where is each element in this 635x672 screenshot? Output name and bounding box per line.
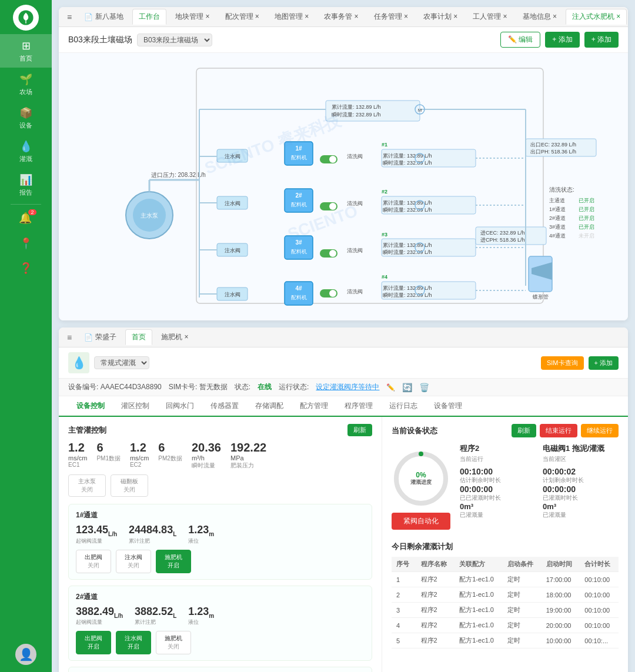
magflap-button[interactable]: 磁翻板 关闭 xyxy=(111,474,148,497)
device-tab-program[interactable]: 程序管理 xyxy=(336,396,381,417)
tab-newbase[interactable]: 📄 新八基地 xyxy=(78,9,130,25)
start-auto-button[interactable]: 紧阀自动化 xyxy=(392,513,450,530)
ch2-outlet-valve[interactable]: 出肥阀 开启 xyxy=(76,631,111,654)
program-elapsed-time: 00:00:00 xyxy=(460,484,536,494)
plan-table-body: 1 程序2 配方1-ec1.0 定时 17:00:00 00:10:00 2 程… xyxy=(392,572,619,648)
panel2-toggle[interactable]: ≡ xyxy=(63,333,75,342)
refresh-button[interactable]: 刷新 xyxy=(347,424,372,436)
tab-landmgr[interactable]: 地块管理 × xyxy=(169,9,216,25)
cell-duration: 00:10:00 xyxy=(580,572,619,587)
device-sim: SIM卡号: 暂无数据 xyxy=(169,382,228,392)
continue-button[interactable]: 继续运行 xyxy=(581,424,619,437)
svg-text:累计流量: 132.89 L/h: 累计流量: 132.89 L/h xyxy=(332,104,381,110)
device-name-select: 💧 常规式灌溉 xyxy=(68,352,149,373)
refresh-icon-small[interactable]: 🔄 xyxy=(402,383,412,392)
sidebar-item-farm[interactable]: 🌱 农场 xyxy=(0,68,52,101)
solenoid-volume-label: 已灌溉量 xyxy=(543,511,619,519)
edit-icon[interactable]: ✏️ xyxy=(386,383,395,392)
tab-injector[interactable]: 注入式水肥机 × xyxy=(566,9,627,25)
sim-query-button[interactable]: SIM卡查询 xyxy=(541,356,584,370)
device-tab-sensor[interactable]: 传感器置 xyxy=(202,396,247,417)
alert-badge: 2 xyxy=(28,209,36,215)
channel-1-block: 1#通道 123.45L/h 起钢阀流量 24484.83L xyxy=(68,504,372,580)
edit-button[interactable]: ✏️ 编辑 xyxy=(500,32,540,48)
svg-text:已开启: 已开启 xyxy=(579,224,594,230)
metric-flow: 20.36 m³/h 瞬时流量 xyxy=(192,441,221,470)
svg-point-34 xyxy=(329,203,336,210)
ch2-flow-value: 3882.49L/h xyxy=(76,606,123,619)
remove-button[interactable]: + 添加 xyxy=(584,32,619,48)
sidebar-item-alert[interactable]: 🔔 2 xyxy=(0,207,52,232)
tab2-fertmachine[interactable]: 施肥机 × xyxy=(155,329,195,345)
pm2-label: PM2数据 xyxy=(158,454,182,463)
svg-text:进CPH: 518.36 L/h: 进CPH: 518.36 L/h xyxy=(480,237,525,243)
tab-fertilize[interactable]: 配次管理 × xyxy=(219,9,266,25)
ch2-water-valve[interactable]: 注水阀 开启 xyxy=(116,631,151,654)
svg-text:#3: #3 xyxy=(382,232,387,238)
tab-taskmgr[interactable]: 任务管理 × xyxy=(367,9,415,25)
pump-button[interactable]: 主水泵 关闭 xyxy=(68,474,106,497)
pressure-unit: MPa xyxy=(230,454,266,462)
panel1-header-right: ✏️ 编辑 + 添加 + 添加 xyxy=(500,32,619,48)
tab2-newbase[interactable]: 📄 荣盛子 xyxy=(78,329,123,345)
tab-baseinfo[interactable]: 基地信息 × xyxy=(516,9,563,25)
panel1-tab-bar: ≡ 📄 新八基地 工作台 地块管理 × 配次管理 × 地图管理 × 农事务管 ×… xyxy=(59,7,628,27)
home-icon: ⊞ xyxy=(19,39,33,53)
sidebar-item-device[interactable]: 📦 设备 xyxy=(0,101,52,135)
device-tab-valve[interactable]: 回阀水门 xyxy=(158,396,202,417)
cell-formula: 配方1-ec1.0 xyxy=(454,618,503,633)
cell-duration: 00:10:00 xyxy=(580,603,619,618)
pressure-label: 肥装压力 xyxy=(230,462,266,470)
cell-formula: 配方1-ec1.0 xyxy=(454,572,503,587)
program-subtitle: 当前运行 xyxy=(460,455,536,463)
tab-worker[interactable]: 工人管理 × xyxy=(466,9,513,25)
metric-pm1: 6 PM1数据 xyxy=(96,441,121,470)
ch1-fert-machine[interactable]: 施肥机 开启 xyxy=(156,550,191,573)
svg-text:2#: 2# xyxy=(295,192,302,199)
sidebar-item-location[interactable]: 📍 xyxy=(0,232,52,256)
device-tab-dosing[interactable]: 配方管理 xyxy=(292,396,336,417)
channel-2-metrics: 3882.49L/h 起钢阀流量 3882.52L 累计注肥 xyxy=(76,606,365,627)
sidebar-item-help[interactable]: ❓ xyxy=(0,256,52,281)
ch1-outlet-valve[interactable]: 出肥阀 关闭 xyxy=(76,550,111,573)
device-tab-formula[interactable]: 存储调配 xyxy=(247,396,292,417)
device-tab-devicemgr[interactable]: 设备管理 xyxy=(426,396,470,417)
ch1-flow: 123.45L/h 起钢阀流量 xyxy=(76,524,117,545)
plan-table-row: 3 程序2 配方1-ec1.0 定时 19:00:00 00:10:00 xyxy=(392,603,619,618)
status-info-row: 0% 灌溉进度 紧阀自动化 程序2 当前运行 xyxy=(392,443,619,536)
device-tab-log[interactable]: 运行日志 xyxy=(381,396,426,417)
cell-program: 程序2 xyxy=(416,618,455,633)
tab-farmevt[interactable]: 农事务管 × xyxy=(317,9,365,25)
ch2-fert-machine[interactable]: 施肥机 关闭 xyxy=(156,631,191,654)
tab-maparea[interactable]: 地图管理 × xyxy=(268,9,315,25)
tab-farmplan[interactable]: 农事计划 × xyxy=(417,9,464,25)
panel1-toggle[interactable]: ≡ xyxy=(63,12,75,22)
sidebar-item-irrigate[interactable]: 💧 灌溉 xyxy=(0,135,52,168)
ch1-water-valve[interactable]: 注水阀 关闭 xyxy=(116,550,151,573)
svg-text:1#通道: 1#通道 xyxy=(549,206,566,212)
avatar[interactable]: 👤 xyxy=(15,644,36,665)
status-refresh-button[interactable]: 刷新 xyxy=(512,424,536,437)
device-run-status[interactable]: 设定灌溉阀序等待中 xyxy=(316,382,379,392)
ch1-flow-value: 123.45L/h xyxy=(76,524,117,537)
col-formula: 关联配方 xyxy=(454,557,503,572)
tab2-home[interactable]: 首页 xyxy=(125,329,152,345)
delete-icon-small[interactable]: 🗑️ xyxy=(419,383,429,392)
sidebar-item-home[interactable]: ⊞ 首页 xyxy=(0,34,52,68)
svg-text:进口压力: 208.32 L/h: 进口压力: 208.32 L/h xyxy=(151,172,206,178)
program-elapsed-label: 已已灌溉时时长 xyxy=(460,494,536,502)
add-button[interactable]: + 添加 xyxy=(545,32,579,48)
cell-program: 程序2 xyxy=(416,603,455,618)
device-tab-zone[interactable]: 灌区控制 xyxy=(113,396,158,417)
device-mode-select[interactable]: 常规式灌溉 xyxy=(94,356,149,369)
cell-start: 18:00:00 xyxy=(542,587,580,603)
tab-workbench[interactable]: 工作台 xyxy=(132,9,166,25)
sidebar-logo xyxy=(13,5,39,31)
pm2-value: 6 xyxy=(158,441,182,454)
device-tab-control[interactable]: 设备控制 xyxy=(68,396,113,417)
sidebar-item-report[interactable]: 📊 报告 xyxy=(0,168,52,202)
panel1-select[interactable]: B03来段土壤磁场 xyxy=(137,34,212,46)
stop-button[interactable]: 结束运行 xyxy=(540,424,577,437)
add2-button[interactable]: + 添加 xyxy=(589,356,619,370)
device-content: 主管灌控制 刷新 1.2 ms/cm EC1 6 PM1数据 1.2 xyxy=(59,417,628,672)
